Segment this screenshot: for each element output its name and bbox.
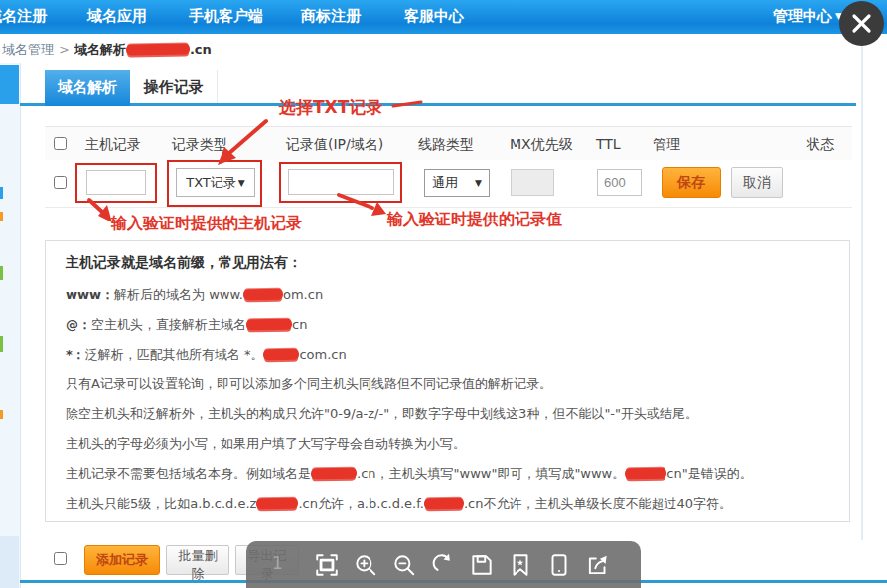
nav-item-trademark[interactable]: 商标注册 xyxy=(301,7,361,26)
annotation-host-hint: 输入验证时提供的主机记录 xyxy=(111,214,302,234)
ttl-input[interactable] xyxy=(597,169,642,196)
col-ttl: TTL xyxy=(596,136,621,152)
col-manage: 管理 xyxy=(653,136,680,154)
help-text: 主机头的字母必须为小写，如果用户填了大写字母会自动转换为小写。 xyxy=(66,436,466,451)
breadcrumb-page-title: 域名解析 xyxy=(74,42,126,57)
strip-fragment xyxy=(0,536,19,588)
help-title: 主机记录就是域名前缀，常见用法有： xyxy=(66,254,833,272)
redacted-text-scribble xyxy=(424,498,464,510)
help-text: 空主机头，直接解析主域名 xyxy=(91,317,246,332)
footer-select-all-checkbox[interactable] xyxy=(54,552,67,565)
nav-item-mobile-client[interactable]: 手机客户端 xyxy=(189,7,263,26)
record-type-select[interactable]: TXT记录▼ xyxy=(176,168,255,197)
tab-dns-resolution[interactable]: 域名解析 xyxy=(45,70,130,106)
help-text: com.cn xyxy=(299,347,346,362)
top-navbar: 域名注册 域名应用 手机客户端 商标注册 客服中心 管理中心▼ xyxy=(0,0,887,34)
col-host-record: 主机记录 xyxy=(85,136,141,154)
help-text: @： xyxy=(66,317,91,332)
redacted-text-scribble xyxy=(311,468,357,480)
help-lines: www：解析后的域名为 www.om.cn@：空主机头，直接解析主域名cn*：泛… xyxy=(66,288,833,510)
share-icon[interactable] xyxy=(585,552,611,578)
help-text: 只有A记录可以设置轮询，即可以添加多个同主机头同线路但不同记录值的解析记录。 xyxy=(66,376,552,391)
underlying-selected-item xyxy=(0,65,19,104)
breadcrumb-separator: > xyxy=(59,42,70,57)
nav-account-menu[interactable]: 管理中心▼ xyxy=(773,7,842,26)
nav-item-domain-apps[interactable]: 域名应用 xyxy=(87,7,147,26)
col-mx-priority: MX优先级 xyxy=(510,136,573,154)
nav-item-support[interactable]: 客服中心 xyxy=(404,7,464,26)
nav-account-label: 管理中心 xyxy=(773,7,832,25)
batch-delete-button[interactable]: 批量删除 xyxy=(166,545,229,575)
tab-operation-log[interactable]: 操作记录 xyxy=(130,70,218,106)
host-record-input[interactable] xyxy=(86,170,146,195)
help-text: .cn允许，a.b.c.d.e.f. xyxy=(298,496,424,511)
save-icon[interactable] xyxy=(469,552,495,578)
redacted-text-scribble xyxy=(263,349,299,361)
breadcrumb-domain-suffix: .cn xyxy=(190,42,212,57)
redacted-text-scribble xyxy=(256,498,298,510)
annotation-value-hint: 输入验证时提供的记录值 xyxy=(387,210,562,230)
col-record-type: 记录类型 xyxy=(172,136,227,154)
help-line: 主机记录不需要包括域名本身。例如域名是.cn，主机头填写"www"即可，填写成"… xyxy=(66,467,833,480)
tab-underline xyxy=(20,103,856,106)
record-type-value: TXT记录 xyxy=(186,174,236,192)
fit-screen-icon[interactable] xyxy=(314,552,340,578)
nav-item-domain-register[interactable]: 域名注册 xyxy=(0,7,47,26)
strip-fragment xyxy=(0,336,3,352)
page-indicator: 1 xyxy=(272,553,283,573)
close-icon xyxy=(839,1,884,46)
help-text: cn"是错误的。 xyxy=(666,466,752,481)
select-all-checkbox[interactable] xyxy=(54,137,67,150)
add-record-button[interactable]: 添加记录 xyxy=(84,545,160,575)
help-text: www： xyxy=(66,287,114,302)
chevron-down-icon: ▼ xyxy=(238,178,245,188)
panel-right-edge xyxy=(861,38,863,540)
col-line-type: 线路类型 xyxy=(418,136,474,154)
device-icon[interactable] xyxy=(546,552,572,578)
strip-fragment xyxy=(0,266,3,280)
row-checkbox[interactable] xyxy=(54,176,67,189)
cancel-button[interactable]: 取消 xyxy=(731,167,783,198)
chevron-down-icon: ▼ xyxy=(475,178,482,188)
col-status: 状态 xyxy=(807,136,834,154)
help-text: .cn，主机头填写"www"即可，填写成"www。 xyxy=(357,466,625,481)
bookmark-icon[interactable] xyxy=(508,552,533,578)
help-text: .cn不允许，主机头单级长度不能超过40字符。 xyxy=(464,496,732,511)
redacted-text-scribble xyxy=(243,289,283,301)
record-value-input[interactable] xyxy=(288,169,394,195)
col-record-value: 记录值(IP/域名) xyxy=(286,136,383,154)
help-line: *：泛解析，匹配其他所有域名 *。com.cn xyxy=(66,348,833,361)
underlying-page-strip xyxy=(0,63,21,588)
mx-priority-input-disabled xyxy=(511,169,554,196)
help-line: 除空主机头和泛解析外，主机头的构成只允许"0-9/a-z/-"，即数字字母中划线… xyxy=(66,407,833,420)
breadcrumb: 域名管理>域名解析.cn xyxy=(2,41,212,59)
redacted-text-scribble xyxy=(625,468,666,480)
annotation-select-txt: 选择TXT记录 xyxy=(279,96,382,119)
breadcrumb-domain-manage[interactable]: 域名管理 xyxy=(2,42,54,57)
new-record-row: TXT记录▼ 通用▼ 保存 取消 xyxy=(45,160,852,208)
table-header-row: 主机记录 记录类型 记录值(IP/域名) 线路类型 MX优先级 TTL 管理 状… xyxy=(45,126,852,161)
zoom-out-icon[interactable] xyxy=(391,552,417,578)
rotate-icon[interactable] xyxy=(430,552,456,578)
help-line: 主机头的字母必须为小写，如果用户填了大写字母会自动转换为小写。 xyxy=(66,437,833,450)
help-text: 解析后的域名为 www. xyxy=(114,287,243,302)
strip-fragment xyxy=(0,212,3,221)
image-viewer-toolbar: 1 xyxy=(246,541,641,588)
line-type-value: 通用 xyxy=(432,174,458,192)
help-text: cn xyxy=(292,317,307,332)
help-line: @：空主机头，直接解析主域名cn xyxy=(66,318,833,331)
redacted-domain-scribble xyxy=(126,43,190,55)
help-text: 泛解析，匹配其他所有域名 *。 xyxy=(85,347,264,362)
strip-fragment xyxy=(0,187,3,199)
close-button[interactable] xyxy=(839,1,884,46)
zoom-in-icon[interactable] xyxy=(353,552,378,578)
help-text: 主机记录不需要包括域名本身。例如域名是 xyxy=(66,466,311,481)
help-text: om.cn xyxy=(283,287,323,302)
help-panel: 主机记录就是域名前缀，常见用法有： www：解析后的域名为 www.om.cn@… xyxy=(45,240,850,522)
redacted-text-scribble xyxy=(246,319,292,331)
save-button[interactable]: 保存 xyxy=(662,167,721,198)
help-text: 主机头只能5级，比如a.b.c.d.e.z xyxy=(66,496,256,511)
help-text: 除空主机头和泛解析外，主机头的构成只允许"0-9/a-z/-"，即数字字母中划线… xyxy=(66,406,698,421)
line-type-select[interactable]: 通用▼ xyxy=(424,169,490,197)
help-line: 主机头只能5级，比如a.b.c.d.e.z.cn允许，a.b.c.d.e.f..… xyxy=(66,497,833,510)
